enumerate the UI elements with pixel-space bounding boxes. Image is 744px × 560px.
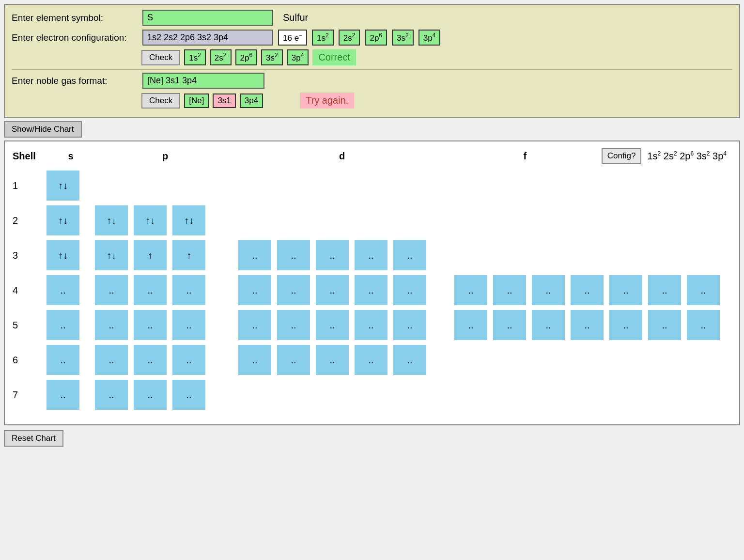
shell-num-6: 6 — [13, 355, 46, 366]
noble-gas-input[interactable] — [142, 73, 264, 89]
top-panel: Enter element symbol: Sulfur Enter elect… — [4, 4, 740, 118]
p-area-4: .. .. .. — [95, 275, 235, 305]
orbital-box[interactable]: .. — [238, 310, 271, 340]
orbital-box[interactable]: .. — [316, 345, 349, 375]
orbital-box[interactable]: .. — [493, 310, 526, 340]
orbital-box[interactable]: .. — [134, 380, 167, 410]
orbital-box[interactable]: .. — [46, 380, 79, 410]
shell-num-7: 7 — [13, 389, 46, 401]
orbital-box[interactable]: .. — [134, 275, 167, 305]
orbital-box[interactable]: .. — [238, 275, 271, 305]
orbital-box[interactable]: ↑↓ — [172, 205, 205, 235]
orbital-box[interactable]: .. — [454, 310, 487, 340]
electron-count-badge: 16 e− — [278, 30, 307, 46]
check-row-2: Check [Ne] 3s1 3p4 Try again. — [12, 93, 732, 109]
electron-config-input[interactable] — [142, 30, 273, 46]
orbital-box[interactable]: .. — [355, 345, 388, 375]
s-area-1: ↑↓ — [46, 171, 95, 201]
config-badge-1s2: 1s2 — [312, 30, 334, 46]
orbital-box[interactable]: .. — [46, 310, 79, 340]
orbital-box[interactable]: .. — [134, 310, 167, 340]
shell-row-3: 3 ↑↓ ↑↓ ↑ ↑ .. .. .. .. .. — [13, 240, 731, 270]
shell-row-2: 2 ↑↓ ↑↓ ↑↓ ↑↓ — [13, 205, 731, 235]
noble-gas-row: Enter noble gas format: — [12, 73, 732, 89]
config-display: Config? 1s2 2s2 2p6 3s2 3p4 — [602, 148, 731, 164]
orbital-box[interactable]: .. — [238, 345, 271, 375]
orbital-box[interactable]: .. — [393, 310, 426, 340]
orbital-box[interactable]: .. — [316, 275, 349, 305]
orbital-box[interactable]: .. — [95, 310, 128, 340]
orbital-box[interactable]: .. — [355, 275, 388, 305]
orbital-box[interactable]: .. — [532, 310, 565, 340]
p-area-5: .. .. .. — [95, 310, 235, 340]
orbital-box[interactable]: ↑↓ — [95, 240, 128, 270]
orbital-box[interactable]: .. — [532, 275, 565, 305]
orbital-box[interactable]: .. — [687, 310, 720, 340]
orbital-box[interactable]: .. — [393, 345, 426, 375]
orbital-box[interactable]: .. — [238, 240, 271, 270]
s-area-4: .. — [46, 275, 95, 305]
s-area-5: .. — [46, 310, 95, 340]
orbital-box[interactable]: ↑↓ — [46, 240, 79, 270]
orbital-box[interactable]: .. — [172, 275, 205, 305]
orbital-box[interactable]: .. — [454, 275, 487, 305]
orbital-box[interactable]: .. — [571, 310, 604, 340]
orbital-box[interactable]: .. — [316, 240, 349, 270]
orbital-box[interactable]: .. — [609, 275, 642, 305]
orbital-box[interactable]: ↑ — [172, 240, 205, 270]
shell-num-1: 1 — [13, 180, 46, 191]
check-badge-1s2: 1s2 — [184, 49, 206, 65]
orbital-box[interactable]: .. — [277, 310, 310, 340]
orbital-box[interactable]: .. — [46, 345, 79, 375]
orbital-box[interactable]: .. — [95, 380, 128, 410]
orbital-box[interactable]: .. — [355, 240, 388, 270]
check-badge-2s2: 2s2 — [210, 49, 232, 65]
orbital-box[interactable]: .. — [172, 310, 205, 340]
orbital-box[interactable]: ↑↓ — [95, 205, 128, 235]
p-area-6: .. .. .. — [95, 345, 235, 375]
orbital-box[interactable]: .. — [648, 275, 681, 305]
correct-label: Correct — [312, 49, 356, 65]
orbital-box[interactable]: .. — [277, 275, 310, 305]
orbital-box[interactable]: .. — [172, 345, 205, 375]
orbital-box[interactable]: ↑↓ — [134, 205, 167, 235]
s-area-7: .. — [46, 380, 95, 410]
orbital-box[interactable]: .. — [95, 345, 128, 375]
config-button[interactable]: Config? — [602, 148, 642, 164]
orbital-box[interactable]: .. — [277, 240, 310, 270]
orbital-box[interactable]: .. — [316, 310, 349, 340]
orbital-box[interactable]: .. — [172, 380, 205, 410]
orbital-box[interactable]: .. — [571, 275, 604, 305]
check-button-1[interactable]: Check — [141, 50, 180, 65]
element-symbol-input[interactable] — [142, 10, 273, 26]
orbital-box[interactable]: ↑↓ — [46, 171, 79, 201]
orbital-box[interactable]: .. — [648, 310, 681, 340]
orbital-box[interactable]: ↑↓ — [46, 205, 79, 235]
check-button-2[interactable]: Check — [141, 93, 180, 109]
reset-chart-button[interactable]: Reset Chart — [4, 430, 63, 447]
try-again-label: Try again. — [300, 93, 354, 109]
d-area-6: .. .. .. .. .. — [238, 345, 451, 375]
p-area-2: ↑↓ ↑↓ ↑↓ — [95, 205, 235, 235]
check-badge-2p6: 2p6 — [235, 49, 258, 65]
orbital-box[interactable]: ↑ — [134, 240, 167, 270]
element-symbol-label: Enter element symbol: — [12, 13, 138, 23]
noble-badge-ne: [Ne] — [184, 93, 209, 108]
col-header-f: f — [449, 151, 602, 162]
orbital-box[interactable]: .. — [95, 275, 128, 305]
config-badge-3p4: 3p4 — [418, 30, 441, 46]
orbital-box[interactable]: .. — [687, 275, 720, 305]
show-hide-button[interactable]: Show/Hide Chart — [4, 121, 82, 138]
orbital-box[interactable]: .. — [46, 275, 79, 305]
orbital-box[interactable]: .. — [134, 345, 167, 375]
orbital-box[interactable]: .. — [493, 275, 526, 305]
orbital-box[interactable]: .. — [277, 345, 310, 375]
check-badge-3s2: 3s2 — [261, 49, 283, 65]
shell-num-5: 5 — [13, 320, 46, 331]
col-header-s: s — [46, 151, 95, 162]
orbital-box[interactable]: .. — [355, 310, 388, 340]
config-text: 1s2 2s2 2p6 3s2 3p4 — [647, 150, 727, 162]
orbital-box[interactable]: .. — [393, 275, 426, 305]
orbital-box[interactable]: .. — [393, 240, 426, 270]
orbital-box[interactable]: .. — [609, 310, 642, 340]
